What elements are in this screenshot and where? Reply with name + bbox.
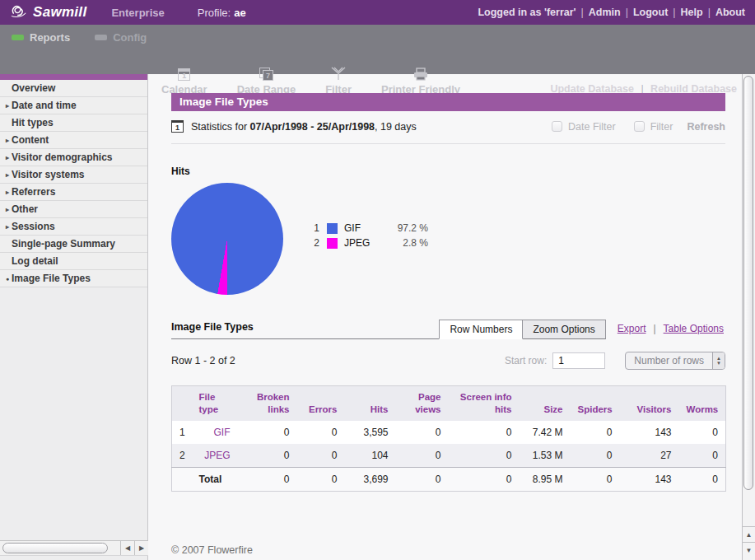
user-links: Logged in as 'ferrar'|Admin|Logout|Help|… — [478, 7, 745, 18]
logout-link[interactable]: Logout — [633, 7, 668, 18]
col-spiders[interactable]: Spiders — [571, 386, 620, 421]
sidebar-item-sessions[interactable]: ▸Sessions — [0, 218, 147, 236]
filter-controls: Date Filter Filter Refresh — [552, 121, 725, 133]
number-of-rows-select[interactable]: Number of rows ▲▼ — [625, 352, 725, 370]
sidebar-item-hit-types[interactable]: Hit types — [0, 114, 147, 132]
table-cell: 3,595 — [345, 421, 396, 444]
sidebar-item-log-detail[interactable]: Log detail — [0, 253, 147, 270]
sidebar-item-referrers[interactable]: ▸Referrers — [0, 184, 147, 201]
tab-zoom-options[interactable]: Zoom Options — [523, 320, 605, 339]
sidebar-item-single-page-summary[interactable]: Single-page Summary — [0, 236, 147, 253]
tab-reports[interactable]: Reports — [12, 31, 70, 44]
refresh-button[interactable]: Refresh — [687, 121, 725, 133]
table-cell: 0 — [238, 444, 297, 468]
table-cell: 0 — [679, 421, 726, 444]
sidebar-item-label: Image File Types — [12, 273, 91, 284]
total-label: Total — [192, 467, 238, 491]
current-item-bullet-icon: ● — [3, 276, 12, 282]
sidebar-item-label: Date and time — [12, 100, 77, 111]
table-cell: 0 — [297, 421, 345, 444]
vscroll-down-arrow[interactable]: ▼ — [743, 542, 755, 558]
table-cell: 0 — [396, 467, 449, 491]
table-cell: 143 — [620, 421, 679, 444]
col-broken-links[interactable]: Broken links — [238, 386, 297, 421]
hscroll-thumb[interactable] — [2, 543, 108, 553]
profile-label: Profile:ae — [198, 7, 246, 19]
admin-link[interactable]: Admin — [589, 7, 621, 18]
statistics-row: 1 Statistics for 07/Apr/1998 - 25/Apr/19… — [171, 120, 725, 133]
row-range-info: Row 1 - 2 of 2 — [171, 355, 235, 366]
date-filter-checkbox[interactable] — [552, 121, 562, 132]
file-type-link-jpeg[interactable]: JPEG — [204, 450, 230, 461]
sidebar-item-other[interactable]: ▸Other — [0, 201, 147, 218]
table-cell: 3,699 — [345, 467, 396, 491]
vscroll-up-arrow[interactable]: ▲ — [743, 526, 755, 542]
start-row-input[interactable] — [552, 352, 605, 369]
help-link[interactable]: Help — [681, 7, 703, 18]
table-links: Export | Table Options — [606, 323, 725, 339]
brand-name: Sawmill — [33, 4, 86, 21]
sidebar-item-label: Single-page Summary — [12, 238, 115, 250]
table-row: 2JPEG00104001.53 M0270 — [172, 444, 726, 468]
chart-legend: 1GIF97.2 %2JPEG2.8 % — [310, 221, 428, 295]
expand-arrow-icon: ▸ — [3, 102, 12, 110]
logged-in-as-text: Logged in as 'ferrar' — [478, 7, 576, 18]
legend-label: GIF — [344, 222, 380, 234]
report-title-bar: Image File Types — [171, 93, 725, 111]
table-cell: 0 — [679, 444, 726, 468]
col-page-views[interactable]: Page views — [396, 386, 449, 421]
sidebar: Overview▸Date and timeHit types▸Content▸… — [0, 74, 148, 560]
table-cell: 0 — [679, 467, 726, 491]
sidebar-item-label: Other — [12, 203, 38, 215]
col-size[interactable]: Size — [520, 386, 571, 421]
table-cell: 143 — [620, 467, 679, 491]
table-cell: 104 — [345, 444, 396, 468]
tab-row-numbers[interactable]: Row Numbers — [439, 320, 523, 339]
start-row-label: Start row: — [505, 355, 547, 366]
sidebar-item-visitor-systems[interactable]: ▸Visitor systems — [0, 166, 147, 184]
col-worms[interactable]: Worms — [679, 386, 726, 421]
edition-label: Enterprise — [111, 7, 164, 19]
sidebar-item-date-and-time[interactable]: ▸Date and time — [0, 97, 147, 114]
table-options-link[interactable]: Table Options — [664, 323, 724, 334]
col-hits[interactable]: Hits — [345, 386, 396, 421]
sidebar-accent-strip — [0, 74, 147, 80]
legend-color-chip-icon — [327, 223, 338, 234]
legend-rank: 2 — [310, 237, 319, 249]
legend-percentage: 2.8 % — [380, 237, 428, 249]
stats-prefix: Statistics for — [191, 121, 247, 133]
legend-color-chip-icon — [327, 238, 338, 249]
export-link[interactable]: Export — [618, 323, 646, 334]
sidebar-item-label: Visitor systems — [12, 169, 85, 180]
vscroll-thumb[interactable] — [743, 76, 753, 490]
sidebar-horizontal-scrollbar: ◀ ▶ — [0, 540, 148, 556]
copyright-footer: © 2007 Flowerfire — [171, 544, 725, 556]
profile-value: ae — [234, 7, 245, 19]
col-visitors[interactable]: Visitors — [620, 386, 679, 421]
about-link[interactable]: About — [715, 7, 745, 18]
filter-checkbox[interactable] — [634, 121, 645, 132]
table-cell: 0 — [449, 467, 520, 491]
date-filter-label: Date Filter — [568, 121, 616, 133]
sidebar-item-overview[interactable]: Overview — [0, 80, 147, 97]
col-file-type[interactable]: File type — [192, 386, 238, 421]
row-number: 1 — [172, 421, 192, 444]
hscroll-left-arrow[interactable]: ◀ — [120, 541, 134, 555]
file-type-link-gif[interactable]: GIF — [214, 427, 231, 438]
col-screen-info-hits[interactable]: Screen info hits — [449, 386, 520, 421]
stepper-icon[interactable]: ▲▼ — [712, 352, 725, 370]
sidebar-item-label: Visitor demographics — [12, 152, 112, 163]
sidebar-item-content[interactable]: ▸Content — [0, 132, 147, 149]
vertical-scrollbar[interactable]: ▲ ▼ — [742, 74, 755, 560]
tab-config[interactable]: Config — [95, 31, 147, 44]
hscroll-track[interactable] — [0, 541, 120, 555]
table-cell: 0 — [449, 444, 520, 468]
toolbar-band: Reports Config 1Calendar7Date RangeFilte… — [0, 25, 755, 74]
sidebar-item-image-file-types[interactable]: ●Image File Types — [0, 270, 147, 287]
table-cell: 0 — [297, 467, 345, 491]
legend-percentage: 97.2 % — [380, 222, 428, 234]
col-errors[interactable]: Errors — [297, 386, 345, 421]
config-chip-icon — [95, 35, 107, 40]
sidebar-item-visitor-demographics[interactable]: ▸Visitor demographics — [0, 149, 147, 166]
hscroll-right-arrow[interactable]: ▶ — [134, 541, 148, 555]
